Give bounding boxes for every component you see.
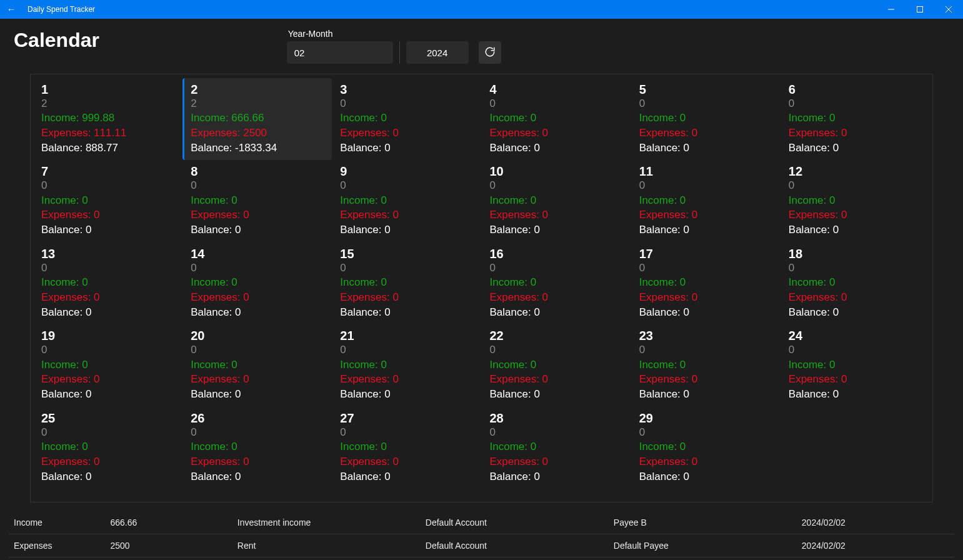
day-cell[interactable]: 40Income: 0Expenses: 0Balance: 0 bbox=[482, 78, 631, 160]
day-cell[interactable]: 120Income: 0Expenses: 0Balance: 0 bbox=[781, 160, 930, 242]
day-transaction-count: 0 bbox=[789, 179, 925, 192]
back-button[interactable]: ← bbox=[5, 4, 17, 14]
day-expenses: Expenses: 0 bbox=[789, 208, 925, 222]
day-expenses: Expenses: 0 bbox=[789, 126, 925, 141]
day-cell[interactable]: 170Income: 0Expenses: 0Balance: 0 bbox=[631, 242, 781, 324]
day-expenses: Expenses: 0 bbox=[41, 208, 177, 222]
day-balance: Balance: 0 bbox=[490, 222, 626, 238]
day-balance: Balance: -1833.34 bbox=[191, 141, 327, 156]
day-expenses: Expenses: 0 bbox=[41, 454, 177, 469]
day-income: Income: 0 bbox=[340, 193, 476, 208]
transaction-category: Investment income bbox=[232, 518, 421, 528]
day-transaction-count: 0 bbox=[340, 97, 476, 111]
day-cell[interactable]: 50Income: 0Expenses: 0Balance: 0 bbox=[631, 78, 781, 160]
transaction-type: Expenses bbox=[9, 541, 106, 551]
day-number: 28 bbox=[490, 411, 626, 426]
month-input[interactable] bbox=[287, 41, 393, 64]
day-expenses: Expenses: 0 bbox=[191, 208, 327, 222]
day-cell[interactable]: 190Income: 0Expenses: 0Balance: 0 bbox=[33, 324, 182, 406]
day-income: Income: 0 bbox=[340, 439, 476, 454]
refresh-button[interactable] bbox=[479, 41, 501, 64]
day-cell[interactable]: 90Income: 0Expenses: 0Balance: 0 bbox=[332, 160, 481, 242]
day-transaction-count: 0 bbox=[639, 426, 776, 439]
transaction-account: Default Account bbox=[421, 541, 609, 551]
day-cell[interactable]: 12Income: 999.88Expenses: 111.11Balance:… bbox=[33, 78, 182, 160]
day-cell[interactable]: 60Income: 0Expenses: 0Balance: 0 bbox=[781, 78, 930, 160]
day-number: 29 bbox=[639, 411, 776, 426]
day-cell[interactable]: 70Income: 0Expenses: 0Balance: 0 bbox=[33, 160, 182, 242]
input-divider bbox=[399, 41, 400, 64]
transaction-row[interactable]: Income666.66Investment incomeDefault Acc… bbox=[9, 511, 954, 534]
year-input[interactable] bbox=[406, 41, 469, 64]
day-cell[interactable]: 150Income: 0Expenses: 0Balance: 0 bbox=[332, 242, 481, 324]
day-transaction-count: 0 bbox=[789, 343, 925, 357]
day-cell[interactable]: 140Income: 0Expenses: 0Balance: 0 bbox=[182, 242, 332, 324]
day-transaction-count: 0 bbox=[639, 179, 776, 192]
close-button[interactable] bbox=[934, 0, 963, 19]
day-transaction-count: 0 bbox=[41, 343, 177, 357]
day-cell[interactable]: 210Income: 0Expenses: 0Balance: 0 bbox=[332, 324, 481, 406]
day-cell[interactable]: 270Income: 0Expenses: 0Balance: 0 bbox=[332, 407, 481, 489]
day-number: 2 bbox=[191, 82, 327, 97]
day-cell[interactable]: 250Income: 0Expenses: 0Balance: 0 bbox=[33, 407, 182, 489]
day-expenses: Expenses: 0 bbox=[789, 290, 925, 305]
day-income: Income: 0 bbox=[490, 439, 626, 454]
day-expenses: Expenses: 0 bbox=[41, 290, 177, 305]
day-expenses: Expenses: 0 bbox=[191, 372, 327, 387]
day-expenses: Expenses: 0 bbox=[41, 372, 177, 387]
day-cell[interactable]: 22Income: 666.66Expenses: 2500Balance: -… bbox=[182, 78, 332, 160]
day-income: Income: 0 bbox=[41, 358, 177, 372]
day-income: Income: 0 bbox=[789, 275, 925, 290]
transaction-category: Rent bbox=[232, 541, 421, 551]
day-income: Income: 0 bbox=[340, 358, 476, 372]
day-cell[interactable]: 30Income: 0Expenses: 0Balance: 0 bbox=[332, 78, 481, 160]
day-cell[interactable]: 200Income: 0Expenses: 0Balance: 0 bbox=[182, 324, 332, 406]
day-transaction-count: 0 bbox=[490, 97, 626, 111]
day-number: 12 bbox=[789, 164, 925, 179]
day-income: Income: 0 bbox=[191, 439, 327, 454]
day-balance: Balance: 0 bbox=[41, 305, 177, 320]
day-cell[interactable]: 220Income: 0Expenses: 0Balance: 0 bbox=[482, 324, 631, 406]
day-number: 9 bbox=[340, 164, 476, 179]
titlebar: ← Daily Spend Tracker bbox=[0, 0, 963, 19]
day-cell[interactable]: 230Income: 0Expenses: 0Balance: 0 bbox=[631, 324, 781, 406]
day-expenses: Expenses: 111.11 bbox=[41, 126, 177, 141]
day-number: 23 bbox=[639, 328, 776, 343]
day-cell[interactable]: 240Income: 0Expenses: 0Balance: 0 bbox=[781, 324, 930, 406]
day-income: Income: 0 bbox=[191, 275, 327, 290]
day-balance: Balance: 0 bbox=[340, 141, 476, 156]
day-cell[interactable]: 80Income: 0Expenses: 0Balance: 0 bbox=[182, 160, 332, 242]
maximize-button[interactable] bbox=[906, 0, 934, 19]
day-balance: Balance: 0 bbox=[340, 305, 476, 320]
day-cell[interactable]: 110Income: 0Expenses: 0Balance: 0 bbox=[631, 160, 781, 242]
day-balance: Balance: 0 bbox=[191, 222, 327, 238]
day-transaction-count: 0 bbox=[639, 343, 776, 357]
day-cell[interactable]: 100Income: 0Expenses: 0Balance: 0 bbox=[482, 160, 631, 242]
day-cell[interactable]: 260Income: 0Expenses: 0Balance: 0 bbox=[182, 407, 332, 489]
day-number: 6 bbox=[789, 82, 925, 97]
day-income: Income: 0 bbox=[41, 439, 177, 454]
day-number: 13 bbox=[41, 246, 177, 261]
minimize-button[interactable] bbox=[877, 0, 906, 19]
day-expenses: Expenses: 0 bbox=[490, 126, 626, 141]
day-cell[interactable]: 280Income: 0Expenses: 0Balance: 0 bbox=[482, 407, 631, 489]
day-number: 22 bbox=[490, 328, 626, 343]
transaction-row[interactable]: Expenses2500RentDefault AccountDefault P… bbox=[9, 534, 954, 558]
day-balance: Balance: 0 bbox=[490, 305, 626, 320]
day-cell[interactable]: 130Income: 0Expenses: 0Balance: 0 bbox=[33, 242, 182, 324]
day-expenses: Expenses: 0 bbox=[490, 290, 626, 305]
day-cell[interactable]: 160Income: 0Expenses: 0Balance: 0 bbox=[482, 242, 631, 324]
day-balance: Balance: 888.77 bbox=[41, 141, 177, 156]
window-controls bbox=[877, 0, 963, 19]
day-balance: Balance: 0 bbox=[639, 305, 776, 320]
day-number: 15 bbox=[340, 246, 476, 261]
refresh-icon bbox=[484, 46, 496, 59]
day-number: 20 bbox=[191, 328, 327, 343]
day-transaction-count: 0 bbox=[340, 261, 476, 275]
day-income: Income: 0 bbox=[789, 193, 925, 208]
day-cell[interactable]: 180Income: 0Expenses: 0Balance: 0 bbox=[781, 242, 930, 324]
transaction-payee: Default Payee bbox=[609, 541, 797, 551]
day-balance: Balance: 0 bbox=[639, 222, 776, 238]
day-transaction-count: 0 bbox=[340, 343, 476, 357]
day-cell[interactable]: 290Income: 0Expenses: 0Balance: 0 bbox=[631, 407, 781, 489]
